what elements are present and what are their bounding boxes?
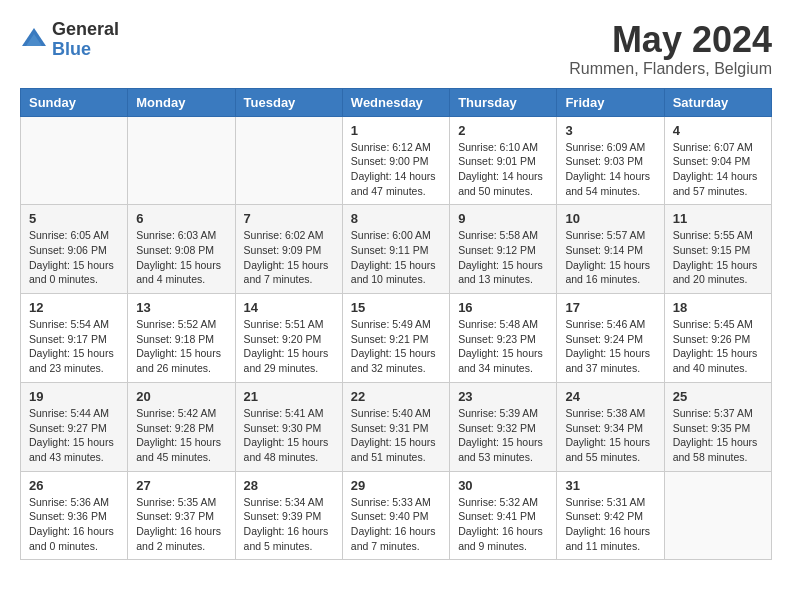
logo-text: General Blue <box>52 20 119 60</box>
day-number: 5 <box>29 211 119 226</box>
logo-general: General <box>52 20 119 40</box>
day-cell: 23Sunrise: 5:39 AMSunset: 9:32 PMDayligh… <box>450 382 557 471</box>
day-cell: 4Sunrise: 6:07 AMSunset: 9:04 PMDaylight… <box>664 116 771 205</box>
day-cell: 18Sunrise: 5:45 AMSunset: 9:26 PMDayligh… <box>664 294 771 383</box>
day-info: Sunrise: 5:45 AMSunset: 9:26 PMDaylight:… <box>673 317 763 376</box>
day-number: 18 <box>673 300 763 315</box>
day-cell: 26Sunrise: 5:36 AMSunset: 9:36 PMDayligh… <box>21 471 128 560</box>
day-number: 17 <box>565 300 655 315</box>
day-number: 13 <box>136 300 226 315</box>
day-info: Sunrise: 5:42 AMSunset: 9:28 PMDaylight:… <box>136 406 226 465</box>
day-cell: 31Sunrise: 5:31 AMSunset: 9:42 PMDayligh… <box>557 471 664 560</box>
day-number: 21 <box>244 389 334 404</box>
day-number: 7 <box>244 211 334 226</box>
day-cell: 1Sunrise: 6:12 AMSunset: 9:00 PMDaylight… <box>342 116 449 205</box>
day-cell: 9Sunrise: 5:58 AMSunset: 9:12 PMDaylight… <box>450 205 557 294</box>
calendar-title: May 2024 <box>569 20 772 60</box>
header-friday: Friday <box>557 88 664 116</box>
day-info: Sunrise: 5:48 AMSunset: 9:23 PMDaylight:… <box>458 317 548 376</box>
day-info: Sunrise: 5:36 AMSunset: 9:36 PMDaylight:… <box>29 495 119 554</box>
day-cell: 3Sunrise: 6:09 AMSunset: 9:03 PMDaylight… <box>557 116 664 205</box>
day-info: Sunrise: 5:58 AMSunset: 9:12 PMDaylight:… <box>458 228 548 287</box>
day-info: Sunrise: 5:38 AMSunset: 9:34 PMDaylight:… <box>565 406 655 465</box>
day-cell: 2Sunrise: 6:10 AMSunset: 9:01 PMDaylight… <box>450 116 557 205</box>
day-cell: 8Sunrise: 6:00 AMSunset: 9:11 PMDaylight… <box>342 205 449 294</box>
day-info: Sunrise: 5:31 AMSunset: 9:42 PMDaylight:… <box>565 495 655 554</box>
day-number: 19 <box>29 389 119 404</box>
day-info: Sunrise: 6:10 AMSunset: 9:01 PMDaylight:… <box>458 140 548 199</box>
day-number: 15 <box>351 300 441 315</box>
day-cell: 16Sunrise: 5:48 AMSunset: 9:23 PMDayligh… <box>450 294 557 383</box>
day-number: 27 <box>136 478 226 493</box>
day-info: Sunrise: 5:54 AMSunset: 9:17 PMDaylight:… <box>29 317 119 376</box>
day-cell: 25Sunrise: 5:37 AMSunset: 9:35 PMDayligh… <box>664 382 771 471</box>
day-cell: 24Sunrise: 5:38 AMSunset: 9:34 PMDayligh… <box>557 382 664 471</box>
day-cell: 15Sunrise: 5:49 AMSunset: 9:21 PMDayligh… <box>342 294 449 383</box>
day-info: Sunrise: 6:05 AMSunset: 9:06 PMDaylight:… <box>29 228 119 287</box>
day-number: 6 <box>136 211 226 226</box>
day-cell <box>235 116 342 205</box>
day-info: Sunrise: 5:44 AMSunset: 9:27 PMDaylight:… <box>29 406 119 465</box>
day-cell: 27Sunrise: 5:35 AMSunset: 9:37 PMDayligh… <box>128 471 235 560</box>
day-info: Sunrise: 5:57 AMSunset: 9:14 PMDaylight:… <box>565 228 655 287</box>
week-row-5: 26Sunrise: 5:36 AMSunset: 9:36 PMDayligh… <box>21 471 772 560</box>
day-number: 3 <box>565 123 655 138</box>
day-info: Sunrise: 5:34 AMSunset: 9:39 PMDaylight:… <box>244 495 334 554</box>
logo-icon <box>20 26 48 54</box>
day-number: 1 <box>351 123 441 138</box>
day-info: Sunrise: 5:40 AMSunset: 9:31 PMDaylight:… <box>351 406 441 465</box>
day-cell: 6Sunrise: 6:03 AMSunset: 9:08 PMDaylight… <box>128 205 235 294</box>
logo: General Blue <box>20 20 119 60</box>
day-info: Sunrise: 6:00 AMSunset: 9:11 PMDaylight:… <box>351 228 441 287</box>
day-info: Sunrise: 6:03 AMSunset: 9:08 PMDaylight:… <box>136 228 226 287</box>
day-cell: 11Sunrise: 5:55 AMSunset: 9:15 PMDayligh… <box>664 205 771 294</box>
header-wednesday: Wednesday <box>342 88 449 116</box>
week-row-3: 12Sunrise: 5:54 AMSunset: 9:17 PMDayligh… <box>21 294 772 383</box>
day-info: Sunrise: 5:35 AMSunset: 9:37 PMDaylight:… <box>136 495 226 554</box>
day-number: 23 <box>458 389 548 404</box>
day-info: Sunrise: 5:41 AMSunset: 9:30 PMDaylight:… <box>244 406 334 465</box>
day-number: 30 <box>458 478 548 493</box>
day-cell: 21Sunrise: 5:41 AMSunset: 9:30 PMDayligh… <box>235 382 342 471</box>
day-number: 4 <box>673 123 763 138</box>
day-cell <box>664 471 771 560</box>
day-cell: 30Sunrise: 5:32 AMSunset: 9:41 PMDayligh… <box>450 471 557 560</box>
header-row: SundayMondayTuesdayWednesdayThursdayFrid… <box>21 88 772 116</box>
day-info: Sunrise: 6:02 AMSunset: 9:09 PMDaylight:… <box>244 228 334 287</box>
calendar-location: Rummen, Flanders, Belgium <box>569 60 772 78</box>
day-number: 14 <box>244 300 334 315</box>
day-cell: 22Sunrise: 5:40 AMSunset: 9:31 PMDayligh… <box>342 382 449 471</box>
day-info: Sunrise: 6:07 AMSunset: 9:04 PMDaylight:… <box>673 140 763 199</box>
week-row-2: 5Sunrise: 6:05 AMSunset: 9:06 PMDaylight… <box>21 205 772 294</box>
day-info: Sunrise: 5:32 AMSunset: 9:41 PMDaylight:… <box>458 495 548 554</box>
day-cell <box>128 116 235 205</box>
day-cell: 13Sunrise: 5:52 AMSunset: 9:18 PMDayligh… <box>128 294 235 383</box>
day-cell: 17Sunrise: 5:46 AMSunset: 9:24 PMDayligh… <box>557 294 664 383</box>
day-number: 10 <box>565 211 655 226</box>
day-cell: 20Sunrise: 5:42 AMSunset: 9:28 PMDayligh… <box>128 382 235 471</box>
day-number: 16 <box>458 300 548 315</box>
day-info: Sunrise: 5:46 AMSunset: 9:24 PMDaylight:… <box>565 317 655 376</box>
day-cell: 5Sunrise: 6:05 AMSunset: 9:06 PMDaylight… <box>21 205 128 294</box>
day-number: 9 <box>458 211 548 226</box>
day-info: Sunrise: 6:09 AMSunset: 9:03 PMDaylight:… <box>565 140 655 199</box>
day-info: Sunrise: 5:55 AMSunset: 9:15 PMDaylight:… <box>673 228 763 287</box>
logo-blue: Blue <box>52 40 119 60</box>
day-info: Sunrise: 5:33 AMSunset: 9:40 PMDaylight:… <box>351 495 441 554</box>
day-cell: 28Sunrise: 5:34 AMSunset: 9:39 PMDayligh… <box>235 471 342 560</box>
day-number: 28 <box>244 478 334 493</box>
day-number: 29 <box>351 478 441 493</box>
day-number: 11 <box>673 211 763 226</box>
header-tuesday: Tuesday <box>235 88 342 116</box>
day-number: 24 <box>565 389 655 404</box>
day-cell <box>21 116 128 205</box>
week-row-4: 19Sunrise: 5:44 AMSunset: 9:27 PMDayligh… <box>21 382 772 471</box>
day-cell: 12Sunrise: 5:54 AMSunset: 9:17 PMDayligh… <box>21 294 128 383</box>
calendar-table: SundayMondayTuesdayWednesdayThursdayFrid… <box>20 88 772 561</box>
day-cell: 19Sunrise: 5:44 AMSunset: 9:27 PMDayligh… <box>21 382 128 471</box>
header-sunday: Sunday <box>21 88 128 116</box>
day-cell: 29Sunrise: 5:33 AMSunset: 9:40 PMDayligh… <box>342 471 449 560</box>
week-row-1: 1Sunrise: 6:12 AMSunset: 9:00 PMDaylight… <box>21 116 772 205</box>
day-number: 25 <box>673 389 763 404</box>
day-number: 8 <box>351 211 441 226</box>
